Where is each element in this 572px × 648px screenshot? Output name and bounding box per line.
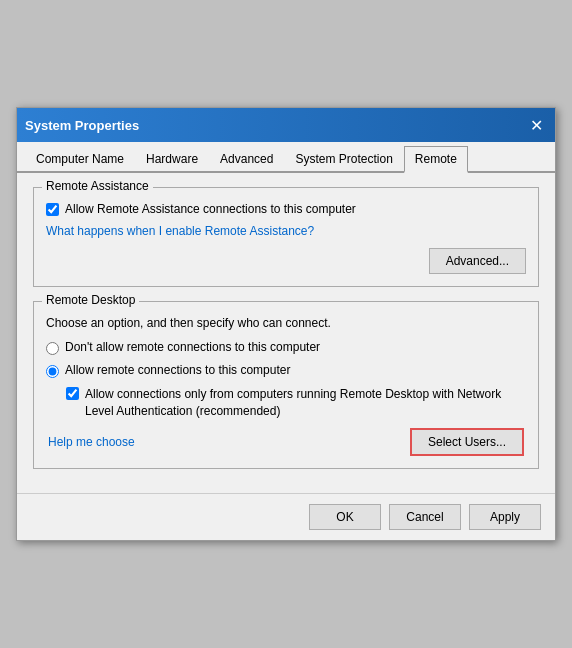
window-title: System Properties — [25, 118, 139, 133]
allow-connections-label: Allow remote connections to this compute… — [65, 363, 290, 377]
remote-desktop-title: Remote Desktop — [42, 293, 139, 307]
remote-assistance-title: Remote Assistance — [42, 179, 153, 193]
close-button[interactable]: ✕ — [525, 114, 547, 136]
tab-remote[interactable]: Remote — [404, 146, 468, 173]
dont-allow-label: Don't allow remote connections to this c… — [65, 340, 320, 354]
ok-button[interactable]: OK — [309, 504, 381, 530]
allow-remote-assistance-row: Allow Remote Assistance connections to t… — [46, 202, 526, 216]
nla-checkbox[interactable] — [66, 387, 79, 400]
cancel-button[interactable]: Cancel — [389, 504, 461, 530]
allow-connections-radio-row: Allow remote connections to this compute… — [46, 363, 526, 378]
dont-allow-radio-row: Don't allow remote connections to this c… — [46, 340, 526, 355]
help-me-choose-link[interactable]: Help me choose — [48, 435, 135, 449]
footer: OK Cancel Apply — [17, 493, 555, 540]
tab-content: Remote Assistance Allow Remote Assistanc… — [17, 173, 555, 493]
remote-assistance-link[interactable]: What happens when I enable Remote Assist… — [46, 224, 314, 238]
allow-connections-radio[interactable] — [46, 365, 59, 378]
system-properties-window: System Properties ✕ Computer Name Hardwa… — [16, 107, 556, 541]
remote-assistance-group: Remote Assistance Allow Remote Assistanc… — [33, 187, 539, 287]
tab-advanced[interactable]: Advanced — [209, 146, 284, 171]
title-bar: System Properties ✕ — [17, 108, 555, 142]
tab-system-protection[interactable]: System Protection — [284, 146, 403, 171]
nla-label: Allow connections only from computers ru… — [85, 386, 526, 420]
tab-hardware[interactable]: Hardware — [135, 146, 209, 171]
remote-desktop-description: Choose an option, and then specify who c… — [46, 316, 526, 330]
tab-computer-name[interactable]: Computer Name — [25, 146, 135, 171]
nla-checkbox-row: Allow connections only from computers ru… — [66, 386, 526, 420]
tab-bar: Computer Name Hardware Advanced System P… — [17, 142, 555, 173]
dont-allow-radio[interactable] — [46, 342, 59, 355]
remote-assistance-advanced-button[interactable]: Advanced... — [429, 248, 526, 274]
apply-button[interactable]: Apply — [469, 504, 541, 530]
allow-remote-assistance-checkbox[interactable] — [46, 203, 59, 216]
remote-desktop-group: Remote Desktop Choose an option, and the… — [33, 301, 539, 469]
allow-remote-assistance-label: Allow Remote Assistance connections to t… — [65, 202, 356, 216]
select-users-button[interactable]: Select Users... — [410, 428, 524, 456]
